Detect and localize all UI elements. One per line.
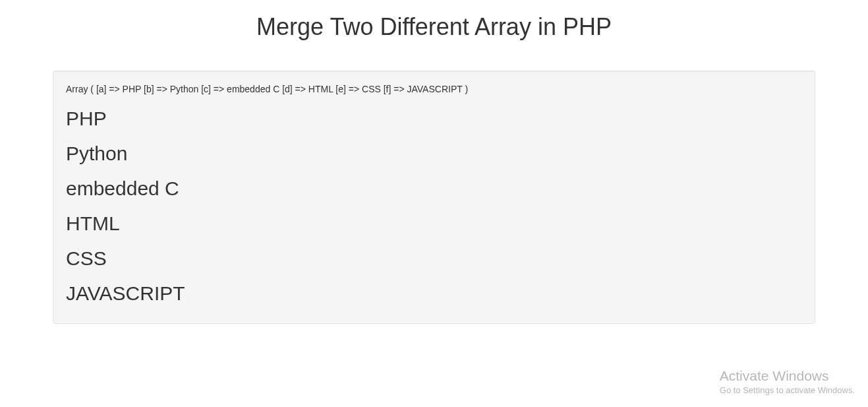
array-item: embedded C bbox=[66, 177, 802, 199]
array-item: PHP bbox=[66, 108, 802, 129]
array-item: Python bbox=[66, 142, 802, 164]
array-item: CSS bbox=[66, 247, 802, 269]
array-item: JAVASCRIPT bbox=[66, 282, 802, 304]
output-well: Array ( [a] => PHP [b] => Python [c] => … bbox=[53, 71, 815, 324]
watermark-title: Activate Windows bbox=[720, 368, 855, 384]
windows-activation-watermark: Activate Windows Go to Settings to activ… bbox=[720, 368, 855, 395]
page-title: Merge Two Different Array in PHP bbox=[0, 0, 868, 47]
array-print-output: Array ( [a] => PHP [b] => Python [c] => … bbox=[66, 84, 802, 94]
array-item: HTML bbox=[66, 212, 802, 234]
watermark-subtitle: Go to Settings to activate Windows. bbox=[720, 385, 855, 395]
